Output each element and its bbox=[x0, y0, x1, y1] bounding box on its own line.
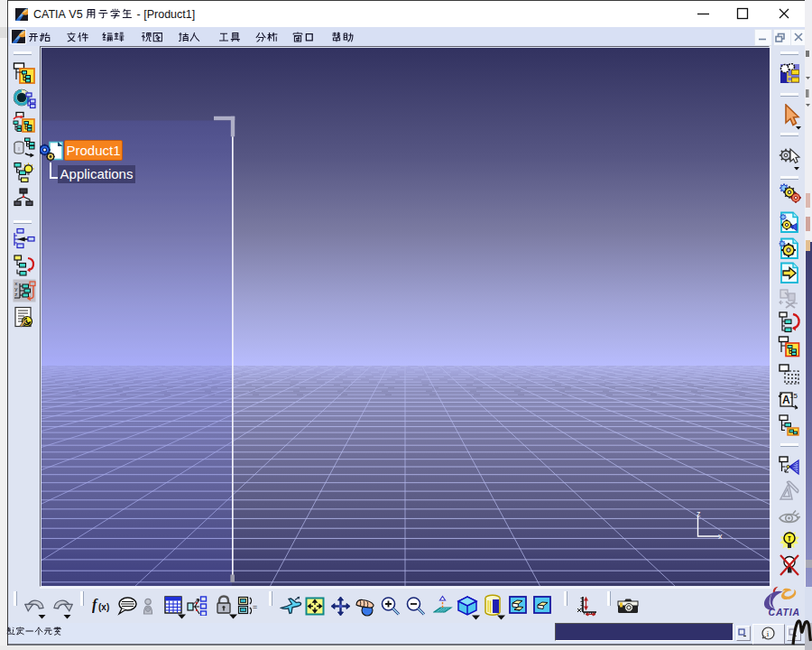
svg-text:15: 15 bbox=[789, 392, 798, 400]
svg-text:x: x bbox=[718, 532, 723, 541]
svg-text:=: = bbox=[253, 602, 257, 611]
svg-text:(x): (x) bbox=[98, 602, 109, 612]
svg-text:z: z bbox=[14, 292, 18, 298]
svg-text:z: z bbox=[697, 509, 701, 518]
svg-text:f: f bbox=[92, 597, 98, 613]
